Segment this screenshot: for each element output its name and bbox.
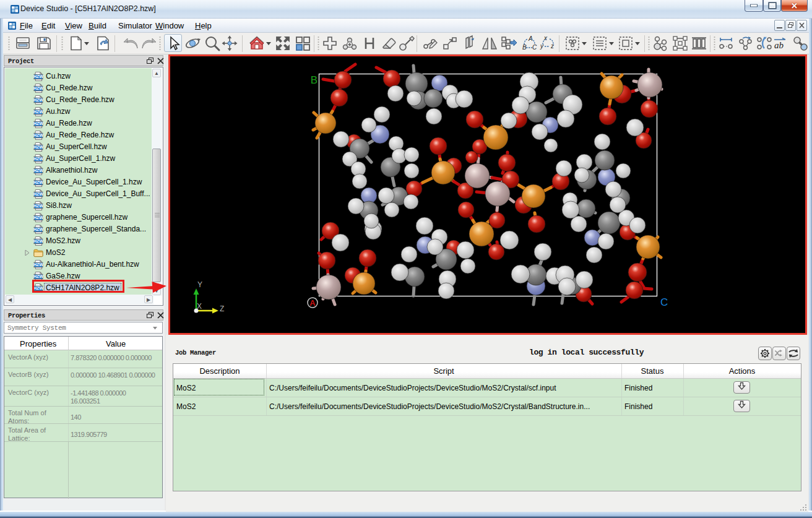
- svg-text:HZW: HZW: [33, 227, 43, 231]
- svg-text:Z: Z: [220, 304, 224, 313]
- svg-text:HZW: HZW: [33, 145, 43, 149]
- svg-text:Y: Y: [197, 280, 202, 289]
- svg-text:HZW: HZW: [33, 274, 43, 278]
- svg-text:HZW: HZW: [33, 110, 43, 114]
- svg-text:B: B: [311, 74, 317, 86]
- svg-text:HZW: HZW: [33, 74, 43, 79]
- svg-text:HZW: HZW: [33, 192, 43, 196]
- svg-text:HZW: HZW: [33, 215, 43, 220]
- svg-text:HZW: HZW: [33, 157, 43, 161]
- svg-text:HZW: HZW: [33, 180, 43, 184]
- svg-text:HZW: HZW: [33, 133, 43, 137]
- svg-text:HZW: HZW: [33, 98, 43, 102]
- svg-text:HZW: HZW: [33, 86, 43, 90]
- svg-text:HZW: HZW: [33, 262, 43, 267]
- svg-text:y: y: [540, 43, 544, 50]
- svg-text:HZW: HZW: [33, 121, 43, 126]
- svg-text:C: C: [532, 44, 537, 51]
- svg-text:x: x: [543, 35, 548, 41]
- svg-text:ab: ab: [774, 40, 784, 50]
- svg-text:A: A: [309, 298, 316, 308]
- svg-text:HZW: HZW: [33, 204, 43, 208]
- svg-text:HZW: HZW: [33, 239, 43, 243]
- svg-text:HZW: HZW: [33, 168, 43, 173]
- svg-text:X: X: [197, 302, 202, 311]
- svg-text:B: B: [522, 44, 527, 51]
- svg-text:A: A: [528, 35, 533, 42]
- svg-text:C: C: [660, 296, 668, 308]
